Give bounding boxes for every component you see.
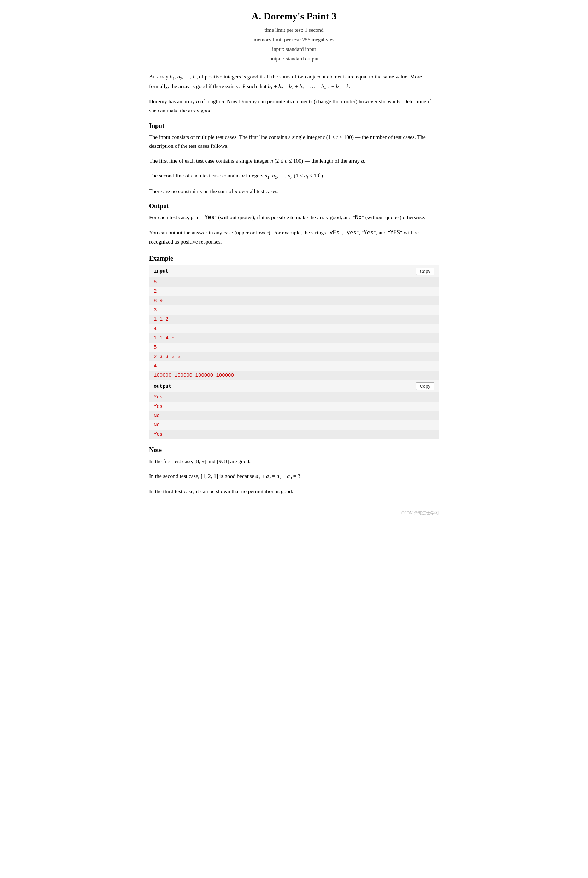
input-p2: The first line of each test case contain… xyxy=(149,156,439,165)
meta-info: time limit per test: 1 second memory lim… xyxy=(149,26,439,64)
example-title: Example xyxy=(149,255,439,262)
output-code-header: output Copy xyxy=(150,380,438,392)
output-section-title: Output xyxy=(149,203,439,210)
output-line-0: Yes xyxy=(150,392,438,402)
input-line-2: 8 9 xyxy=(150,296,438,305)
output-copy-button[interactable]: Copy xyxy=(416,383,434,390)
input-line-5: 4 xyxy=(150,324,438,333)
input-line-10: 100000 100000 100000 100000 xyxy=(150,371,438,380)
note-p1: In the first test case, [8, 9] and [9, 8… xyxy=(149,457,439,466)
input-p3: The second line of each test case contai… xyxy=(149,171,439,181)
footer: CSDN @陈进士学习 xyxy=(149,510,439,516)
memory-limit: memory limit per test: 256 megabytes xyxy=(149,35,439,45)
input-p1: The input consists of multiple test case… xyxy=(149,132,439,150)
time-limit: time limit per test: 1 second xyxy=(149,26,439,35)
output-line-2: No xyxy=(150,411,438,420)
output-p2: You can output the answer in any case (u… xyxy=(149,228,439,246)
input-line-6: 1 1 4 5 xyxy=(150,333,438,342)
input-line-7: 5 xyxy=(150,343,438,352)
intro-p2: Doremy has an array a of length n. Now D… xyxy=(149,97,439,115)
note-p2: In the second test case, [1, 2, 1] is go… xyxy=(149,471,439,481)
input-code-body: 528 931 1 241 1 4 552 3 3 3 34100000 100… xyxy=(150,278,438,380)
output-type: output: standard output xyxy=(149,54,439,64)
input-line-3: 3 xyxy=(150,305,438,315)
input-type: input: standard input xyxy=(149,45,439,54)
output-line-1: Yes xyxy=(150,402,438,411)
note-section: Note In the first test case, [8, 9] and … xyxy=(149,446,439,495)
input-line-4: 1 1 2 xyxy=(150,315,438,324)
output-line-3: No xyxy=(150,420,438,429)
page-title: A. Doremy's Paint 3 xyxy=(149,11,439,22)
output-p1: For each test case, print "Yes" (without… xyxy=(149,213,439,222)
intro-p1: An array b1, b2, …, bn of positive integ… xyxy=(149,72,439,91)
input-label: input xyxy=(154,268,168,274)
input-line-9: 4 xyxy=(150,361,438,371)
input-p4: There are no constraints on the sum of n… xyxy=(149,187,439,196)
output-code-block: output Copy YesYesNoNoYes xyxy=(149,380,439,439)
input-line-8: 2 3 3 3 3 xyxy=(150,352,438,361)
input-line-1: 2 xyxy=(150,287,438,296)
output-label: output xyxy=(154,384,171,389)
input-code-block: input Copy 528 931 1 241 1 4 552 3 3 3 3… xyxy=(149,265,439,380)
output-line-4: Yes xyxy=(150,430,438,439)
input-code-header: input Copy xyxy=(150,266,438,278)
note-p3: In the third test case, it can be shown … xyxy=(149,487,439,496)
input-line-0: 5 xyxy=(150,278,438,287)
output-code-body: YesYesNoNoYes xyxy=(150,392,438,439)
note-title: Note xyxy=(149,446,439,454)
input-copy-button[interactable]: Copy xyxy=(416,267,434,275)
input-section-title: Input xyxy=(149,122,439,130)
